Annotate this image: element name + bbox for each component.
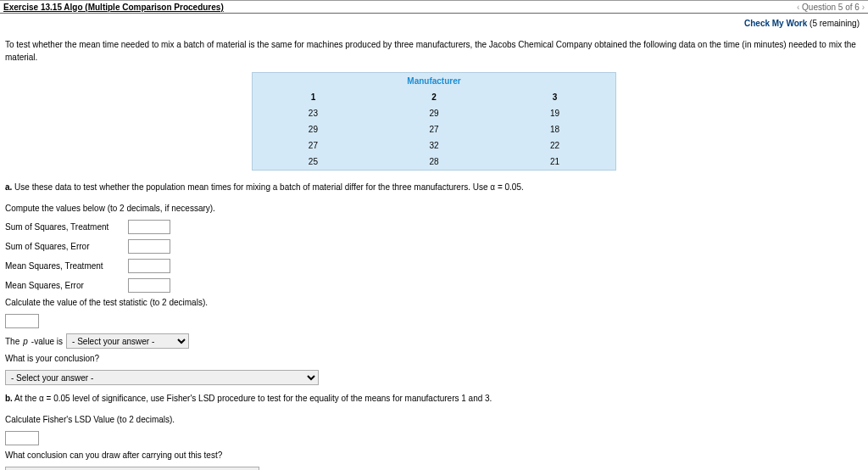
ms-treatment-input[interactable]	[128, 259, 170, 273]
check-my-work-link[interactable]: Check My Work	[744, 19, 810, 28]
conclusion-a-prompt: What is your conclusion?	[5, 354, 863, 363]
ss-treatment-row: Sum of Squares, Treatment	[5, 220, 863, 234]
intro-text: To test whether the mean time needed to …	[5, 38, 863, 64]
content-area: To test whether the mean time needed to …	[0, 38, 868, 470]
question-nav: ‹ Question 5 of 6 ›	[797, 3, 865, 12]
part-b-prefix: b.	[5, 394, 13, 403]
subheader: Check My Work (5 remaining)	[0, 14, 868, 38]
col-headers: 1 2 3	[253, 89, 616, 105]
table-row: 232919	[253, 105, 616, 121]
table-row: 292718	[253, 121, 616, 137]
ss-treatment-label: Sum of Squares, Treatment	[5, 222, 120, 232]
ms-error-row: Mean Squares, Error	[5, 278, 863, 293]
p-value-row: The p -value is - Select your answer -	[5, 333, 863, 349]
col-1: 1	[253, 89, 374, 105]
conclusion-b-select[interactable]: - Select your answer -	[5, 467, 259, 470]
next-arrow-icon[interactable]: ›	[862, 3, 865, 12]
p-value-select[interactable]: - Select your answer -	[66, 333, 189, 349]
data-table-wrap: Manufacturer 1 2 3 232919 292718 273222 …	[252, 72, 616, 171]
ms-error-label: Mean Squares, Error	[5, 281, 120, 290]
calc-lsd-instruction: Calculate Fisher's LSD Value (to 2 decim…	[5, 415, 863, 424]
ss-error-label: Sum of Squares, Error	[5, 242, 120, 251]
col-3: 3	[494, 89, 615, 105]
ms-treatment-row: Mean Squares, Treatment	[5, 259, 863, 273]
ss-treatment-input[interactable]	[128, 220, 170, 234]
conclusion-a-select[interactable]: - Select your answer -	[5, 370, 319, 385]
test-statistic-input[interactable]	[5, 314, 39, 328]
ss-error-row: Sum of Squares, Error	[5, 239, 863, 254]
part-a-question: a. Use these data to test whether the po…	[5, 182, 863, 192]
col-2: 2	[374, 89, 494, 105]
table-header: Manufacturer	[253, 73, 616, 90]
exercise-title: Exercise 13.15 Algo (Multiple Comparison…	[3, 3, 224, 12]
table-row: 273222	[253, 137, 616, 154]
part-b-question: b. At the α = 0.05 level of significance…	[5, 394, 863, 403]
header-bar: Exercise 13.15 Algo (Multiple Comparison…	[0, 0, 868, 14]
question-number: Question 5 of 6	[802, 3, 860, 12]
calc-stat-instruction: Calculate the value of the test statisti…	[5, 298, 863, 307]
remaining-count: (5 remaining)	[810, 19, 860, 28]
table-row: 252821	[253, 154, 616, 171]
ss-error-input[interactable]	[128, 239, 170, 254]
prev-arrow-icon[interactable]: ‹	[797, 3, 799, 12]
compute-instruction: Compute the values below (to 2 decimals,…	[5, 204, 863, 213]
manufacturer-table: Manufacturer 1 2 3 232919 292718 273222 …	[252, 72, 616, 171]
ms-treatment-label: Mean Squares, Treatment	[5, 261, 120, 271]
lsd-value-input[interactable]	[5, 431, 39, 445]
ms-error-input[interactable]	[128, 278, 170, 293]
conclusion-b-prompt: What conclusion can you draw after carry…	[5, 450, 863, 460]
